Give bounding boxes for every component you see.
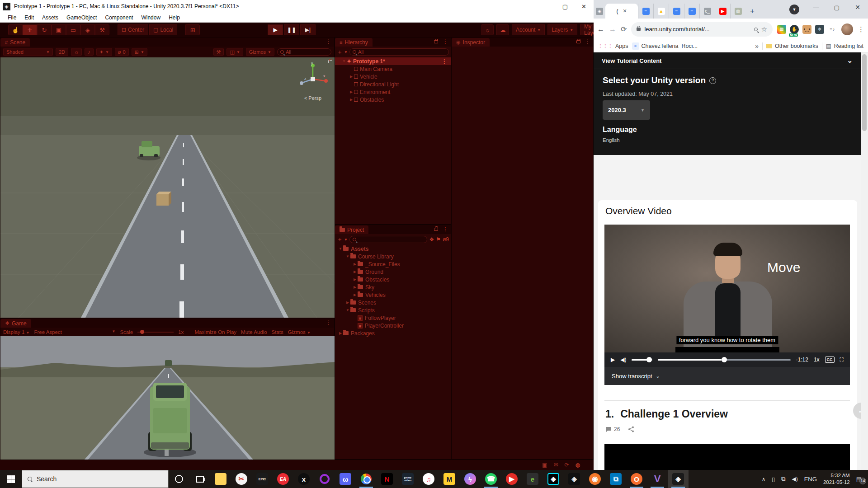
list-extension[interactable]: ≡♪ [828, 25, 837, 34]
hierarchy-create-button[interactable]: ＋▼ [337, 48, 348, 56]
scrollbar-thumb[interactable] [862, 54, 867, 131]
project-item-course-library[interactable]: ▼Course Library [335, 253, 451, 260]
stats-button[interactable]: Stats [272, 329, 283, 335]
back-button[interactable]: ← [597, 25, 604, 33]
network-icon[interactable]: ⧉ [781, 475, 785, 483]
item-menu-icon[interactable]: ⋮ [442, 58, 447, 65]
search-by-type-icon[interactable]: ❖ [429, 236, 434, 243]
taskbar-snipping-tool[interactable]: ✂ [231, 470, 252, 488]
unity-maximize-button[interactable]: ▢ [562, 3, 568, 10]
pixel-extension[interactable]: ▦ [777, 25, 786, 34]
status-console-icon[interactable]: ▣ [542, 462, 547, 468]
project-item-playercontroller[interactable]: #PlayerController [335, 322, 451, 329]
project-lock-icon[interactable] [434, 228, 438, 231]
scale-slider[interactable] [137, 332, 174, 333]
hierarchy-menu-icon[interactable]: ⋮ [443, 38, 448, 45]
inspector-menu-icon[interactable]: ⋮ [585, 38, 590, 45]
taskbar-apple-music[interactable]: ♫ [418, 470, 439, 488]
taskbar-youtube[interactable]: ▶ [501, 470, 522, 488]
tab-close-icon[interactable]: ✕ [623, 8, 627, 14]
scene-tools-icon[interactable]: ⚒ [213, 48, 224, 56]
scene-camera-dropdown[interactable]: ◫ ▼ [226, 48, 243, 56]
expand-arrow[interactable]: ▼ [345, 254, 350, 258]
pause-button[interactable]: ❚❚ [284, 24, 299, 35]
code-tab[interactable]: c_ [699, 4, 715, 19]
chrome-maximize-button[interactable]: ▢ [826, 4, 847, 11]
taskbar-unity-app[interactable]: ◈ [564, 470, 585, 488]
hierarchy-item-main-camera[interactable]: Main Camera [335, 65, 451, 73]
start-button[interactable] [0, 470, 22, 488]
expand-arrow[interactable]: ▶ [349, 90, 354, 94]
hidden-objects-icon[interactable]: ø0 [115, 48, 129, 56]
shading-mode-dropdown[interactable]: Shaded ▼ [3, 48, 53, 56]
rect-tool[interactable]: ▭ [66, 24, 80, 35]
taskbar-blender[interactable]: ◉ [585, 470, 605, 488]
ssl-lock-icon[interactable] [637, 28, 641, 31]
task-view-button[interactable] [189, 470, 210, 488]
taskbar-miro[interactable]: M [439, 470, 460, 488]
rotate-tool[interactable]: ↻ [37, 24, 52, 35]
project-item--source-files[interactable]: ▶_Source_Files [335, 260, 451, 268]
preview-packages-icon[interactable]: ☼ [481, 24, 494, 35]
grid-snap-button[interactable]: ⊞ [185, 24, 200, 35]
scene-viewport[interactable]: y x z < Persp [0, 57, 335, 318]
aspect-dropdown[interactable]: Free Aspect ▼ [34, 329, 115, 335]
menu-gameobject[interactable]: GameObject [62, 13, 101, 22]
expand-arrow[interactable]: ▶ [352, 277, 358, 282]
menu-assets[interactable]: Assets [38, 13, 62, 22]
project-menu-icon[interactable]: ⋮ [443, 226, 448, 232]
taskbar-origin[interactable]: O [626, 470, 647, 488]
video-player[interactable]: Move forward you know how to rotate them… [604, 225, 850, 385]
language-indicator[interactable]: ENG [804, 476, 817, 483]
taskbar-discord[interactable]: ω [335, 470, 356, 488]
hierarchy-item-directional-light[interactable]: Directional Light [335, 80, 451, 88]
scene-gizmos-dropdown[interactable]: Gizmos ▼ [246, 48, 274, 56]
hierarchy-item-prototype-1-[interactable]: ▼✦Prototype 1*⋮ [335, 57, 451, 65]
forward-button[interactable]: → [609, 25, 616, 33]
fullscreen-button[interactable]: ⛶ [840, 357, 844, 363]
action-center-button[interactable]: ▤ 14 [856, 476, 863, 483]
profile-avatar[interactable] [841, 23, 853, 35]
expand-arrow[interactable]: ▶ [352, 270, 358, 274]
volume-slider[interactable] [632, 359, 652, 361]
taskbar-prime-video[interactable]: prime video [397, 470, 418, 488]
scene-tab[interactable]: # Scene [0, 38, 30, 47]
taskbar-whatsapp[interactable]: ☎ [481, 470, 501, 488]
inspector-tab[interactable]: ◉ Inspector [452, 38, 490, 47]
unity-minimize-button[interactable]: — [543, 3, 549, 10]
taskbar-unity-editor[interactable]: ◈ [668, 470, 689, 488]
game-tab[interactable]: ❖ Game [0, 319, 31, 328]
expand-arrow[interactable]: ▶ [349, 98, 354, 102]
taskbar-file-explorer[interactable] [210, 470, 231, 488]
project-item-scripts[interactable]: ▼Scripts [335, 306, 451, 314]
audio-toggle-icon[interactable]: ♪ [85, 48, 94, 56]
hierarchy-item-environment[interactable]: ▶Environment [335, 88, 451, 96]
bookmark-item[interactable]: ≡ ChavezTelleria_Roci... [632, 42, 698, 50]
expand-arrow[interactable]: ▼ [345, 308, 350, 312]
menu-help[interactable]: Help [165, 13, 184, 22]
game-gizmos-dropdown[interactable]: Gizmos ▼ [288, 329, 311, 335]
project-item-followplayer[interactable]: #FollowPlayer [335, 314, 451, 322]
maximize-on-play-button[interactable]: Maximize On Play [194, 329, 236, 335]
account-dropdown[interactable]: Account ▼ [512, 24, 545, 35]
scene-obstacle-box[interactable] [156, 192, 171, 206]
docs-tab-3[interactable]: ≡ [684, 4, 699, 19]
share-icon[interactable] [628, 426, 634, 432]
status-refresh-icon[interactable]: ⟳ [564, 462, 569, 468]
youtube-tab[interactable]: ▶ [715, 4, 730, 19]
drive-tab[interactable]: ▲ [653, 4, 669, 19]
status-progress-icon[interactable]: ◍ [576, 462, 580, 468]
taskbar-unity-hub[interactable]: ◈ [543, 470, 564, 488]
taskbar-chrome[interactable] [356, 470, 377, 488]
taskbar-search-input[interactable]: Search [22, 470, 169, 488]
expand-arrow[interactable]: ▶ [352, 262, 358, 266]
zoom-icon[interactable] [754, 28, 758, 31]
reload-button[interactable]: ⟳ [621, 25, 627, 33]
playback-speed-button[interactable]: 1x [814, 357, 820, 363]
video-frame[interactable]: Move forward you know how to rotate them [604, 225, 850, 352]
game-viewport[interactable] [0, 336, 335, 460]
view-tutorial-content-bar[interactable]: View Tutorial Content ⌄ [594, 52, 861, 69]
hidden-packages-icon[interactable]: ø9 [443, 236, 449, 243]
taskbar-xbox[interactable]: x [293, 470, 314, 488]
status-message-icon[interactable]: ✉ [553, 462, 558, 468]
